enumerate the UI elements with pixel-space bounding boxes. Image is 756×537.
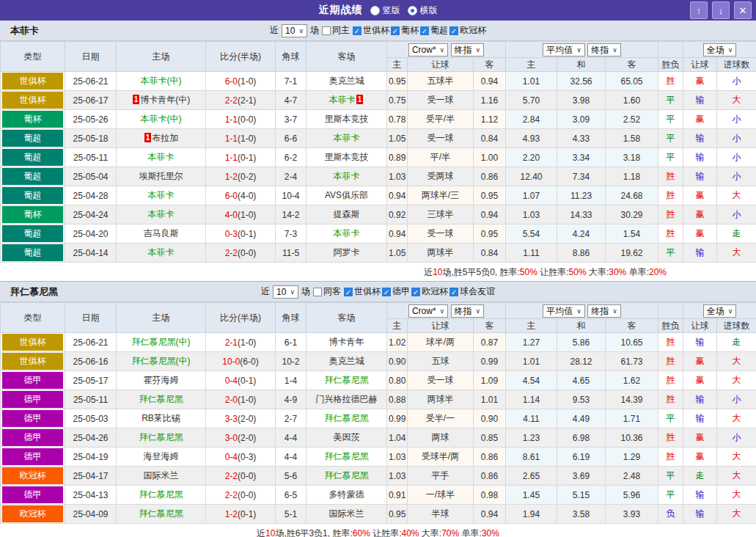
bookmaker-select[interactable]: Crow*∨ (408, 43, 448, 56)
league-filter-checkbox[interactable]: ✓葡杯 (391, 24, 419, 37)
league-filter-checkbox[interactable]: ✓德甲 (382, 285, 410, 298)
summary-text: 50% (520, 267, 537, 277)
result-text: 胜 (667, 432, 675, 442)
move-down-button[interactable]: ↓ (712, 1, 730, 19)
handicap-line: 受一球 (408, 371, 474, 390)
date-cell: 25-05-17 (65, 371, 117, 390)
handicap-home-odds: 1.02 (387, 333, 408, 352)
avg-away-odds: 24.68 (606, 186, 658, 205)
league-cell: 世俱杯 (1, 91, 65, 110)
team-name-text: 国际米兰 (329, 508, 364, 519)
home-team-cell: 本菲卡 (117, 244, 206, 263)
result-text: 输 (696, 394, 705, 404)
date-cell: 25-04-09 (65, 505, 117, 524)
match-count-select[interactable]: 10∨ (282, 24, 307, 37)
handicap-result-cell: 输 (683, 91, 717, 110)
bookmaker-select[interactable]: Crow*∨ (408, 304, 448, 318)
avg-away-odds: 1.71 (606, 409, 658, 428)
close-button[interactable]: ✕ (734, 1, 752, 19)
handicap-result-cell: 赢 (683, 205, 717, 224)
halftime-score: (0-1) (238, 153, 256, 163)
home-team-cell: 本菲卡(中) (117, 72, 206, 91)
scope-group: 全场∨ (683, 42, 756, 58)
date-cell: 25-06-21 (65, 333, 117, 352)
score-cell: 0-4(0-1) (206, 371, 276, 390)
move-up-button[interactable]: ↑ (690, 1, 708, 19)
odds-time-select[interactable]: 终指∨ (451, 304, 485, 318)
away-team-cell: 本菲卡 (307, 224, 387, 244)
avg-draw-odds: 32.56 (557, 72, 606, 91)
date-cell: 25-04-19 (65, 448, 117, 467)
result-text: 胜 (667, 451, 675, 461)
league-filter-checkbox[interactable]: ✓世俱杯 (344, 285, 381, 298)
avg-home-odds: 1.11 (506, 244, 557, 263)
corner-cell: 14-2 (276, 205, 307, 224)
result-text: 输 (696, 337, 705, 347)
team-name-text: 本菲卡 (148, 190, 175, 200)
league-filter-label: 葡杯 (401, 24, 419, 37)
col-away: 客场 (307, 42, 387, 72)
avg-away-odds: 65.05 (606, 72, 658, 91)
corner-cell: 6-1 (276, 333, 307, 352)
result-text: 赢 (696, 114, 705, 124)
chevron-down-icon: ∨ (728, 306, 733, 316)
result-text: 胜 (667, 76, 675, 86)
league-filter-checkbox[interactable]: ✓欧冠杯 (449, 24, 486, 37)
result-text: 小 (733, 209, 741, 219)
league-badge: 葡杯 (2, 111, 63, 128)
home-team-cell: RB莱比锡 (117, 409, 206, 428)
fulltime-score: 1-1 (225, 134, 238, 144)
section-header: 本菲卡 近 10∨ 场 同主 ✓世俱杯✓葡杯✓葡超✓欧冠杯 (0, 21, 756, 41)
col-avg-home: 主 (506, 58, 557, 72)
col-type: 类型 (1, 42, 65, 72)
away-team-cell: 多特蒙德 (307, 486, 387, 505)
league-filter-checkbox[interactable]: ✓世俱杯 (353, 24, 389, 37)
league-badge: 德甲 (2, 429, 63, 446)
halftime-score: (0-1) (238, 376, 256, 386)
odds-time-select-value: 终指 (455, 306, 472, 316)
scope-select[interactable]: 全场∨ (703, 43, 737, 56)
odds-time-select-2[interactable]: 终指∨ (587, 43, 621, 56)
result-group-spacer (658, 303, 683, 319)
league-filter-label: 球会友谊 (460, 285, 495, 298)
fulltime-score: 0-4 (225, 452, 238, 462)
section-header: 拜仁慕尼黑 近 10∨ 场 同客 ✓世俱杯✓德甲✓欧冠杯✓球会友谊 (0, 282, 756, 302)
match-count-select[interactable]: 10∨ (273, 285, 298, 299)
same-venue-checkbox[interactable]: 同主 (322, 24, 350, 37)
handicap-away-odds: 0.86 (474, 467, 506, 486)
corner-cell: 2-4 (276, 167, 307, 186)
avg-home-odds: 1.45 (506, 486, 557, 505)
away-team-cell: 里斯本竞技 (307, 148, 387, 167)
away-team-cell: 门兴格拉德巴赫 (307, 390, 387, 409)
average-select[interactable]: 平均值∨ (543, 304, 585, 318)
goals-result-cell: 大 (717, 91, 756, 110)
handicap-home-odds: 1.05 (387, 244, 408, 263)
goals-result-cell: 大 (717, 409, 756, 428)
league-filter-checkbox[interactable]: ✓葡超 (420, 24, 448, 37)
away-team-cell: 拜仁慕尼黑 (307, 448, 387, 467)
league-filter-checkbox[interactable]: ✓球会友谊 (449, 285, 495, 298)
handicap-line: 平手 (408, 467, 474, 486)
table-header: 类型 日期 主场 比分(半场) 角球 客场 Crow*∨ 终指∨ 平均值∨ 终指… (1, 303, 756, 333)
odds-time-select-2-value: 终指 (591, 306, 609, 316)
layout-radio-vertical[interactable]: 竖版 (370, 4, 400, 17)
odds-time-select-2[interactable]: 终指∨ (587, 304, 621, 318)
result-text: 赢 (696, 375, 705, 385)
average-select[interactable]: 平均值∨ (543, 43, 585, 56)
odds-time-select[interactable]: 终指∨ (451, 43, 485, 56)
avg-draw-odds: 8.86 (557, 244, 606, 263)
avg-draw-odds: 3.98 (557, 91, 606, 110)
away-team-cell: 奥克兰城 (307, 352, 387, 371)
home-team-section: 本菲卡 近 10∨ 场 同主 ✓世俱杯✓葡杯✓葡超✓欧冠杯 类型 日期 主场 比… (0, 21, 756, 282)
checkbox-checked-icon: ✓ (449, 26, 458, 35)
handicap-away-odds: 0.98 (474, 486, 506, 505)
league-filter-checkbox[interactable]: ✓欧冠杯 (411, 285, 448, 298)
scope-select[interactable]: 全场∨ (703, 304, 737, 318)
score-cell: 2-2(0-0) (206, 244, 276, 263)
layout-radio-horizontal[interactable]: 横版 (408, 4, 438, 17)
corner-cell: 7-3 (276, 224, 307, 244)
league-cell: 葡超 (1, 167, 65, 186)
result-text: 胜 (667, 394, 675, 404)
result-cell: 负 (658, 505, 683, 524)
same-venue-checkbox[interactable]: 同客 (313, 285, 341, 298)
